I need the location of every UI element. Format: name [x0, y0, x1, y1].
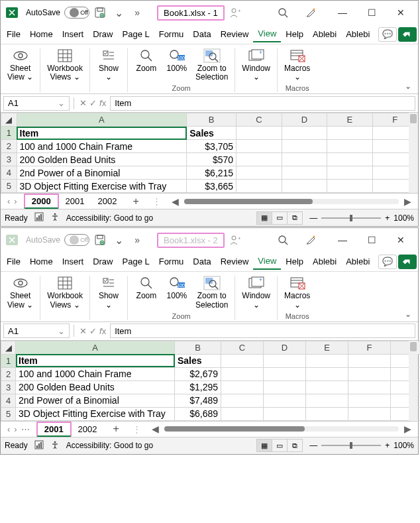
comments-button[interactable]: 💬 [378, 255, 397, 269]
col-header-F[interactable]: F [348, 341, 391, 354]
menu-draw[interactable]: Draw [88, 27, 117, 42]
cell-E2[interactable] [327, 140, 372, 153]
accessibility-icon[interactable] [50, 440, 60, 451]
menu-view[interactable]: View [253, 253, 281, 270]
tab-next-icon[interactable]: › [14, 196, 17, 206]
cell-A3[interactable]: 200 Golden Bead Units [17, 153, 187, 166]
menu-home[interactable]: Home [25, 27, 58, 42]
zoom-in-button[interactable]: + [385, 441, 390, 450]
share-icon[interactable]: + [227, 5, 243, 21]
select-all-corner[interactable]: ◢ [1, 341, 16, 354]
cell-E3[interactable] [306, 380, 348, 394]
menu-ablebi[interactable]: Ablebi [341, 27, 374, 42]
menu-pagel[interactable]: Page L [118, 27, 154, 42]
col-header-D[interactable]: D [282, 113, 327, 127]
add-sheet-button[interactable]: + [104, 423, 129, 435]
cell-E2[interactable] [306, 367, 348, 380]
formula-input[interactable]: Item [110, 323, 415, 338]
name-box[interactable]: A1⌄ [3, 96, 70, 111]
maximize-button[interactable]: ☐ [358, 231, 385, 249]
view-normal-button[interactable]: ▦ [256, 211, 272, 225]
row-header-1[interactable]: 1 [1, 127, 17, 140]
zoom-in-button[interactable]: + [385, 213, 390, 223]
menu-file[interactable]: File [2, 27, 25, 42]
cell-E1[interactable] [306, 354, 348, 367]
minimize-button[interactable]: — [329, 231, 356, 249]
autosave-toggle[interactable]: Off [64, 234, 89, 246]
stats-icon[interactable] [34, 212, 44, 223]
cell-C3[interactable] [236, 153, 282, 166]
save-icon[interactable] [92, 5, 108, 21]
cell-F2[interactable] [348, 367, 391, 380]
fx-icon[interactable]: fx [99, 98, 106, 108]
menu-data[interactable]: Data [188, 254, 215, 269]
cell-D4[interactable] [282, 166, 327, 180]
menu-pagel[interactable]: Page L [118, 254, 154, 269]
cell-F1[interactable] [348, 354, 391, 367]
cell-A3[interactable]: 200 Golden Bead Units [16, 380, 175, 394]
qat-overflow-icon[interactable] [129, 232, 145, 248]
zoom-out-button[interactable]: — [309, 213, 317, 223]
zoom-out-button[interactable]: — [309, 441, 317, 450]
menu-review[interactable]: Review [216, 27, 254, 42]
view-pagebreak-button[interactable]: ⧉ [287, 211, 303, 225]
horizontal-scrollbar[interactable]: ◀▶ [145, 426, 418, 432]
select-all-corner[interactable]: ◢ [1, 113, 17, 127]
menu-ablebi[interactable]: Ablebi [308, 27, 341, 42]
cell-D3[interactable] [282, 153, 327, 166]
row-header-5[interactable]: 5 [1, 180, 17, 193]
formula-input[interactable]: Item [110, 96, 415, 111]
zoom-level[interactable]: 100% [394, 213, 414, 223]
menu-formu[interactable]: Formu [154, 27, 189, 42]
col-header-C[interactable]: C [236, 113, 282, 127]
search-icon[interactable] [275, 232, 291, 248]
design-icon[interactable] [303, 232, 319, 248]
cell-A2[interactable]: 100 and 1000 Chain Frame [17, 140, 187, 153]
macros-button[interactable]: Macros ⌄ [282, 47, 313, 83]
cell-B3[interactable]: $1,295 [175, 380, 221, 394]
cell-E4[interactable] [306, 394, 348, 407]
col-header-B[interactable]: B [187, 113, 236, 127]
cell-F3[interactable] [348, 380, 391, 394]
view-normal-button[interactable]: ▦ [256, 439, 272, 452]
cell-B5[interactable]: $3,665 [187, 180, 236, 193]
save-icon[interactable] [92, 232, 108, 248]
show-button[interactable]: Show ⌄ [94, 47, 123, 83]
view-pagelayout-button[interactable]: ▭ [272, 439, 288, 452]
cell-E3[interactable] [327, 153, 372, 166]
cell-E5[interactable] [306, 407, 348, 420]
tab-prev-icon[interactable]: ‹ [7, 424, 10, 434]
zoom-level[interactable]: 100% [394, 441, 414, 450]
row-header-2[interactable]: 2 [1, 367, 16, 380]
cell-B4[interactable]: $6,215 [187, 166, 236, 180]
menu-view[interactable]: View [253, 26, 281, 42]
close-button[interactable]: ✕ [388, 231, 414, 249]
menu-ablebi[interactable]: Ablebi [341, 254, 374, 269]
menu-insert[interactable]: Insert [58, 27, 89, 42]
workbook-views-button[interactable]: Workbook Views ⌄ [44, 274, 85, 310]
sheet-view-button[interactable]: Sheet View ⌄ [5, 274, 36, 310]
zoom-100-button[interactable]: 100 100% [162, 47, 191, 83]
row-header-4[interactable]: 4 [1, 394, 16, 407]
cell-D3[interactable] [264, 380, 306, 394]
vertical-scrollbar[interactable] [409, 341, 418, 421]
tab-more-icon[interactable]: ⋯ [21, 424, 30, 434]
cell-B1[interactable]: Sales [175, 354, 221, 367]
horizontal-scrollbar[interactable]: ◀▶ [165, 198, 418, 205]
cell-A5[interactable]: 3D Object Fitting Exercise with Tray [16, 407, 175, 420]
maximize-button[interactable]: ☐ [358, 3, 385, 22]
stats-icon[interactable] [34, 440, 44, 451]
cell-C3[interactable] [221, 380, 264, 394]
cell-B1[interactable]: Sales [187, 127, 236, 140]
design-icon[interactable] [303, 5, 319, 21]
sheet-tab-2001[interactable]: 2001 [36, 422, 72, 437]
cell-E4[interactable] [327, 166, 372, 180]
zoom-button[interactable]: Zoom [132, 274, 161, 310]
sheet-tab-2001[interactable]: 2001 [59, 195, 91, 207]
cell-D2[interactable] [282, 140, 327, 153]
cell-B2[interactable]: $2,679 [175, 367, 221, 380]
cancel-icon[interactable]: ✕ [79, 326, 87, 336]
cell-D5[interactable] [282, 180, 327, 193]
cell-C4[interactable] [236, 166, 282, 180]
window-button[interactable]: + Window ⌄ [239, 274, 273, 310]
